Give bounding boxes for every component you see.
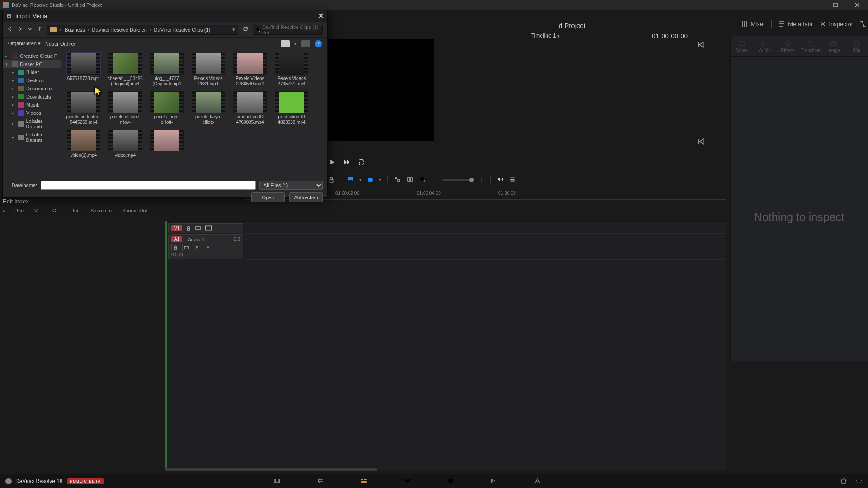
- home-icon[interactable]: [840, 477, 847, 486]
- search-input[interactable]: DaVinci Resolve Clips (1) dur…: [253, 25, 323, 35]
- new-folder-button[interactable]: Neuer Ordner: [45, 41, 75, 47]
- timeline-options-icon[interactable]: [509, 176, 516, 184]
- timeline-scrollbar[interactable]: [165, 468, 377, 471]
- inspector-tab-video[interactable]: Video: [731, 36, 754, 56]
- tree-node[interactable]: ▸Lokaler Datentr: [3, 117, 61, 131]
- file-item[interactable]: pexels-mikhail-nilov-6942639.mp4: [108, 91, 143, 125]
- expand-button[interactable]: [859, 20, 867, 28]
- view-thumbnails-button[interactable]: [281, 40, 290, 47]
- cancel-button[interactable]: Abbrechen: [289, 192, 323, 202]
- tree-node[interactable]: ▸Creative Cloud F: [3, 52, 61, 60]
- viewer-skip-end-icon[interactable]: [698, 138, 704, 146]
- file-item[interactable]: video(1).mp4: [66, 130, 101, 158]
- maximize-button[interactable]: [825, 0, 846, 10]
- mute-button[interactable]: M: [204, 244, 212, 251]
- view-preview-button[interactable]: [301, 40, 310, 47]
- file-item[interactable]: 657518728.mp4: [66, 53, 101, 87]
- tree-node[interactable]: ▸Desktop: [3, 76, 61, 84]
- zoom-fit-icon[interactable]: [394, 176, 401, 184]
- nav-back-button[interactable]: [7, 26, 13, 33]
- solo-button[interactable]: S: [193, 244, 201, 251]
- file-item[interactable]: Pexels Videos 2786540.mp4: [232, 53, 268, 87]
- next-frame-button[interactable]: [344, 159, 350, 167]
- page-deliver-icon[interactable]: [534, 477, 541, 486]
- auto-select-icon[interactable]: [195, 225, 201, 231]
- page-fairlight-icon[interactable]: [491, 477, 498, 486]
- tree-node[interactable]: ▸Dokumente: [3, 84, 61, 93]
- dialog-close-button[interactable]: [318, 13, 324, 20]
- refresh-button[interactable]: [243, 26, 248, 33]
- file-item[interactable]: dog_-_4727 (Original).mp4: [149, 53, 184, 87]
- breadcrumb-item[interactable]: Business: [65, 27, 85, 33]
- lock-icon[interactable]: [186, 225, 191, 231]
- tree-node[interactable]: ▸Videos: [3, 109, 61, 117]
- play-button[interactable]: [329, 159, 335, 167]
- inspector-tab-file[interactable]: File: [845, 36, 868, 56]
- auto-select-icon[interactable]: [182, 244, 190, 251]
- page-color-icon[interactable]: [447, 477, 454, 486]
- viewer-skip-start-icon[interactable]: [698, 42, 704, 49]
- close-button[interactable]: [846, 0, 868, 10]
- viewer[interactable]: [326, 39, 434, 141]
- file-item[interactable]: Pexels Videos 2881.mp4: [191, 53, 226, 87]
- file-item[interactable]: [149, 130, 184, 158]
- loop-button[interactable]: [358, 159, 364, 167]
- timecode[interactable]: 01:00:00:00: [652, 33, 688, 39]
- minimize-button[interactable]: [803, 0, 825, 10]
- file-item[interactable]: video.mp4: [108, 130, 143, 158]
- zoom-in-icon[interactable]: +: [480, 176, 484, 183]
- view-dropdown[interactable]: ▾: [294, 42, 297, 46]
- nav-up-button[interactable]: [37, 26, 42, 33]
- breadcrumb-item[interactable]: DaVinci Resolve Clips (1): [154, 27, 211, 33]
- filename-input[interactable]: [41, 181, 256, 190]
- file-filter-dropdown[interactable]: All Files (*): [259, 181, 323, 190]
- inspector-tab-image[interactable]: Image: [822, 36, 845, 56]
- page-media-icon[interactable]: [274, 477, 281, 486]
- breadcrumb-dropdown[interactable]: ▾: [232, 27, 235, 33]
- lock-icon[interactable]: [171, 244, 179, 251]
- file-item[interactable]: pexels-taryn-elliott-9683431.mp4: [191, 91, 226, 125]
- breadcrumb-bar[interactable]: « Business› DaVinci Resolve Dateien› DaV…: [47, 25, 238, 35]
- playhead[interactable]: [245, 189, 245, 470]
- inspector-tab-audio[interactable]: Audio: [754, 36, 777, 56]
- nav-forward-button[interactable]: [17, 26, 23, 33]
- page-fusion-icon[interactable]: [404, 477, 411, 486]
- timeline-name[interactable]: Timeline 1 ▾: [531, 33, 560, 39]
- page-cut-icon[interactable]: [317, 477, 324, 486]
- marker-icon[interactable]: [368, 178, 373, 182]
- volume-icon[interactable]: [497, 176, 503, 184]
- file-item[interactable]: cheetah_-_53486 (Original).mp4: [108, 53, 143, 87]
- page-edit-icon[interactable]: [360, 477, 368, 486]
- settings-gear-icon[interactable]: [855, 477, 863, 486]
- inspector-tab-transition[interactable]: Transition: [799, 36, 822, 56]
- tree-node[interactable]: ▸Bilder: [3, 68, 61, 76]
- inspector-toggle[interactable]: Inspector: [819, 20, 853, 28]
- zoom-out-icon[interactable]: −: [432, 176, 436, 183]
- inspector-panel: Video Audio Effects Transition Image Fil…: [730, 36, 868, 361]
- track-header-a1[interactable]: A1 Audio 1 2.0 S M 0 Clip: [168, 234, 243, 259]
- flag-icon[interactable]: [348, 177, 353, 183]
- zoom-detail-icon[interactable]: [407, 176, 413, 184]
- tree-node[interactable]: ▸Musik: [3, 101, 61, 109]
- zoom-slider[interactable]: [442, 179, 474, 181]
- file-item[interactable]: pexels-taryn-elliott-9683115.mp4: [149, 91, 184, 125]
- tree-node[interactable]: ▸Lokaler Datentr: [3, 131, 61, 144]
- file-item[interactable]: production ID 4823938.mp4: [274, 91, 309, 125]
- tree-node[interactable]: ▸Downloads: [3, 93, 61, 101]
- inspector-tab-effects[interactable]: Effects: [776, 36, 799, 56]
- open-button[interactable]: Open: [251, 192, 285, 202]
- file-item[interactable]: Pexels Videos 2795731.mp4: [274, 53, 309, 87]
- breadcrumb-item[interactable]: DaVinci Resolve Dateien: [92, 27, 146, 33]
- track-display-icon[interactable]: [205, 225, 212, 231]
- nav-recent-button[interactable]: [27, 26, 33, 33]
- tree-node[interactable]: ▾Dieser PC: [3, 60, 61, 68]
- lock-icon[interactable]: [328, 176, 335, 184]
- track-header-v1[interactable]: V1: [168, 223, 243, 233]
- organize-dropdown[interactable]: Organisieren ▾: [8, 41, 41, 47]
- metadata-toggle[interactable]: Metadata: [778, 20, 812, 28]
- mixer-toggle[interactable]: Mixer: [741, 20, 765, 28]
- info-button[interactable]: ?: [315, 40, 322, 47]
- file-item[interactable]: production ID 4763035.mp4: [232, 91, 268, 125]
- file-grid[interactable]: 657518728.mp4cheetah_-_53486 (Original).…: [61, 50, 327, 178]
- zoom-custom-icon[interactable]: [420, 176, 426, 184]
